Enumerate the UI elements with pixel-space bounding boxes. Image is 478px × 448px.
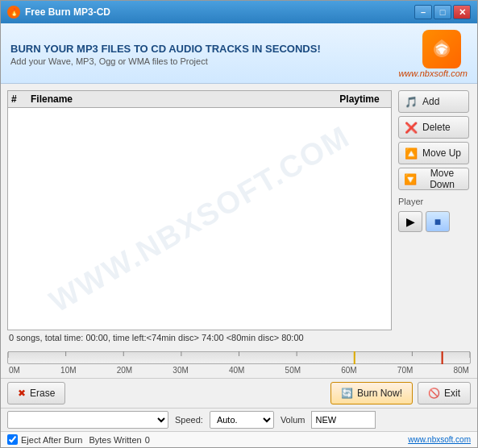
track-table-body[interactable]: WWW.NBXSOFT.COM — [8, 108, 391, 330]
header-banner: BURN YOUR MP3 FILES TO CD AUDIO TRACKS I… — [1, 23, 477, 84]
track-list-container: # Filename Playtime WWW.NBXSOFT.COM 0 so… — [7, 90, 392, 345]
move-up-button[interactable]: 🔼 Move Up — [398, 142, 469, 164]
add-icon: 🎵 — [404, 94, 418, 109]
exit-icon: 🚫 — [428, 388, 440, 399]
watermark: WWW.NBXSOFT.COM — [44, 118, 356, 319]
speed-selector[interactable]: Auto. — [210, 411, 274, 429]
volume-input[interactable] — [311, 411, 376, 429]
header-right: www.nbxsoft.com — [398, 30, 468, 78]
move-down-button[interactable]: 🔽 Move Down — [398, 168, 469, 190]
close-button[interactable]: ✕ — [453, 5, 471, 19]
bytes-section: Bytes Written 0 — [89, 435, 149, 445]
move-down-icon: 🔽 — [404, 172, 417, 186]
eject-checkbox-label[interactable]: Eject After Burn — [7, 434, 82, 445]
ruler-40m: 40M — [229, 366, 244, 375]
ruler-30m: 30M — [172, 366, 188, 375]
progress-ruler: 0M 10M 20M 30M 40M 50M 60M 70M 80M — [7, 366, 471, 375]
main-window: 🔥 Free Burn MP3-CD – □ ✕ BURN YOUR MP3 F… — [0, 0, 478, 448]
ruler-0m: 0M — [9, 366, 20, 375]
svg-point-1 — [440, 51, 443, 54]
action-bar: ✖ Erase 🔄 Burn Now! 🚫 Exit — [1, 378, 477, 408]
ruler-50m: 50M — [285, 366, 301, 375]
track-table: # Filename Playtime WWW.NBXSOFT.COM — [7, 90, 392, 330]
col-num-header: # — [11, 93, 31, 105]
minimize-button[interactable]: – — [414, 5, 432, 19]
header-text: BURN YOUR MP3 FILES TO CD AUDIO TRACKS I… — [10, 43, 321, 66]
add-button[interactable]: 🎵 Add — [398, 90, 469, 113]
status-text: 0 songs, total time: 00:00, time left:<7… — [7, 330, 392, 345]
stop-icon: ■ — [434, 215, 441, 228]
bytes-value: 0 — [145, 435, 150, 445]
bytes-label: Bytes Written — [89, 435, 141, 445]
exit-button[interactable]: 🚫 Exit — [418, 382, 471, 404]
player-label: Player — [398, 197, 471, 206]
app-headline: BURN YOUR MP3 FILES TO CD AUDIO TRACKS I… — [10, 43, 321, 55]
drive-selector[interactable] — [7, 411, 168, 429]
header-url: www.nbxsoft.com — [398, 68, 468, 78]
eject-label: Eject After Burn — [21, 435, 82, 445]
app-icon: 🔥 — [7, 6, 20, 19]
eject-checkbox[interactable] — [7, 434, 18, 445]
progress-section: 0M 10M 20M 30M 40M 50M 60M 70M 80M — [1, 351, 477, 378]
delete-icon: ❌ — [404, 120, 418, 135]
options-bar: Speed: Auto. Volum — [1, 408, 477, 431]
title-bar: 🔥 Free Burn MP3-CD – □ ✕ — [1, 1, 477, 23]
volume-label: Volum — [281, 415, 306, 425]
erase-button[interactable]: ✖ Erase — [7, 382, 65, 404]
footer-bar: Eject After Burn Bytes Written 0 www.nbx… — [1, 431, 477, 447]
col-playtime-header: Playtime — [331, 93, 388, 105]
speed-label: Speed: — [175, 415, 203, 425]
footer-url[interactable]: www.nbxsoft.com — [408, 435, 471, 444]
erase-icon: ✖ — [18, 388, 26, 399]
app-subtext: Add your Wave, MP3, Ogg or WMA files to … — [10, 56, 321, 66]
progress-track[interactable] — [7, 351, 471, 364]
stop-button[interactable]: ■ — [426, 211, 450, 232]
play-icon: ▶ — [406, 215, 415, 228]
side-buttons: 🎵 Add ❌ Delete 🔼 Move Up 🔽 Move Down Pla… — [398, 90, 471, 345]
main-content: # Filename Playtime WWW.NBXSOFT.COM 0 so… — [1, 84, 477, 351]
delete-button[interactable]: ❌ Delete — [398, 116, 469, 139]
player-controls: ▶ ■ — [398, 211, 471, 232]
window-controls: – □ ✕ — [414, 5, 471, 19]
burn-icon: 🔄 — [341, 388, 353, 399]
maximize-button[interactable]: □ — [434, 5, 451, 19]
move-up-icon: 🔼 — [404, 146, 418, 160]
ruler-60m: 60M — [341, 366, 356, 375]
burn-button[interactable]: 🔄 Burn Now! — [330, 382, 413, 404]
ruler-20m: 20M — [117, 366, 132, 375]
ruler-70m: 70M — [397, 366, 413, 375]
play-button[interactable]: ▶ — [398, 211, 422, 232]
ruler-80m: 80M — [453, 366, 468, 375]
window-title: Free Burn MP3-CD — [25, 6, 414, 18]
ruler-10m: 10M — [60, 366, 76, 375]
track-table-header: # Filename Playtime — [8, 91, 391, 108]
col-filename-header: Filename — [31, 93, 331, 105]
app-logo — [422, 30, 461, 68]
